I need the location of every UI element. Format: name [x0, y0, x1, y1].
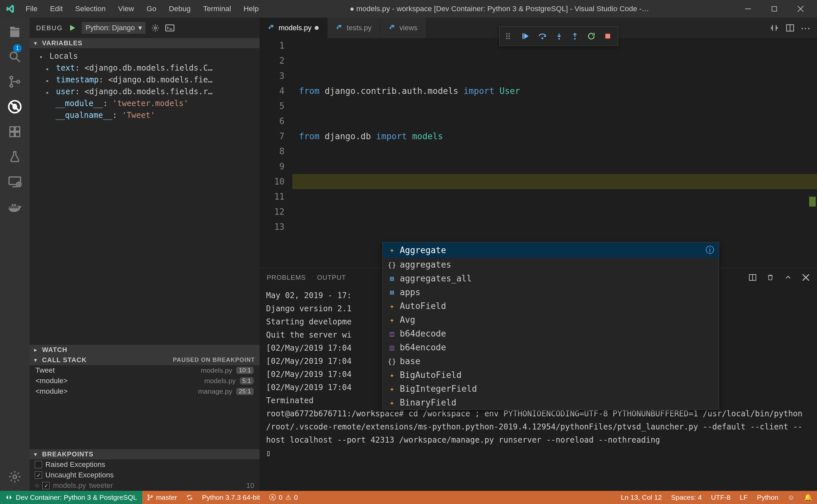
- modified-dot-icon: [315, 26, 319, 30]
- step-out-icon[interactable]: [571, 32, 579, 40]
- docker-icon[interactable]: [7, 199, 22, 214]
- callstack-frame[interactable]: <module> manage.py 25:1: [30, 386, 259, 397]
- code-editor[interactable]: 1 2 3 4 5 6 7 8 9 ▶10 11 12 13 from djan…: [259, 38, 817, 268]
- debug-control-bar[interactable]: [499, 26, 618, 46]
- problems-indicator[interactable]: ⓧ0 ⚠0: [264, 491, 302, 504]
- namespace-icon: {}: [387, 357, 396, 365]
- checkbox[interactable]: [35, 461, 42, 468]
- suggestion-item[interactable]: ◫b64decode: [383, 327, 719, 340]
- trash-icon[interactable]: [766, 273, 775, 282]
- close-button[interactable]: [787, 0, 814, 18]
- drag-grip-icon[interactable]: [506, 33, 512, 39]
- eol[interactable]: LF: [735, 491, 753, 504]
- section-variables[interactable]: ▾ VARIABLES: [30, 38, 259, 48]
- compare-icon[interactable]: [770, 23, 779, 33]
- stop-icon[interactable]: [604, 33, 611, 40]
- sync-button[interactable]: [182, 491, 197, 504]
- callstack-frame[interactable]: <module> models.py 5:1: [30, 376, 259, 386]
- checkbox[interactable]: [42, 482, 50, 489]
- indentation[interactable]: Spaces: 4: [667, 491, 706, 504]
- settings-gear-icon[interactable]: [7, 469, 22, 484]
- step-into-icon[interactable]: [556, 32, 563, 40]
- notifications-icon[interactable]: 🔔: [799, 491, 817, 504]
- breakpoint-uncaught[interactable]: Uncaught Exceptions: [30, 470, 259, 480]
- debug-icon[interactable]: [7, 99, 22, 114]
- menu-help[interactable]: Help: [238, 3, 264, 15]
- panel-split-icon[interactable]: [748, 273, 757, 282]
- menu-edit[interactable]: Edit: [45, 3, 68, 15]
- close-panel-icon[interactable]: [801, 273, 810, 282]
- suggestion-item[interactable]: {}base: [383, 354, 719, 368]
- debug-config-select[interactable]: Python: Django ▾: [82, 22, 145, 34]
- cursor-position[interactable]: Ln 13, Col 12: [616, 491, 667, 504]
- explorer-icon[interactable]: [7, 24, 22, 39]
- suggestion-item[interactable]: ✦AutoField: [383, 299, 719, 313]
- start-debug-icon[interactable]: [68, 24, 77, 32]
- menu-file[interactable]: File: [20, 3, 43, 15]
- info-icon[interactable]: ⓘ: [706, 244, 714, 256]
- menu-terminal[interactable]: Terminal: [198, 3, 236, 15]
- maximize-button[interactable]: [761, 0, 787, 18]
- step-over-icon[interactable]: [538, 32, 547, 40]
- menu-go[interactable]: Go: [141, 3, 162, 15]
- python-interpreter[interactable]: Python 3.7.3 64-bit: [197, 491, 264, 504]
- svg-point-18: [541, 37, 543, 39]
- chevron-down-icon: ▾: [34, 451, 39, 457]
- debug-gear-icon[interactable]: [151, 23, 160, 33]
- breakpoint-raised[interactable]: Raised Exceptions: [30, 459, 259, 470]
- chevron-up-icon[interactable]: [784, 273, 793, 282]
- beaker-icon[interactable]: [7, 149, 22, 164]
- suggestion-item[interactable]: ⊞aggregates_all: [383, 272, 719, 285]
- extensions-icon[interactable]: [7, 124, 22, 139]
- git-branch[interactable]: master: [142, 491, 182, 504]
- suggestion-item[interactable]: ✦Aggregateⓘ: [383, 242, 719, 258]
- scope-locals[interactable]: ▾ Locals: [30, 50, 259, 62]
- menu-selection[interactable]: Selection: [70, 3, 111, 15]
- split-editor-icon[interactable]: [785, 23, 795, 33]
- svg-point-13: [13, 475, 17, 479]
- suggestion-item[interactable]: ✦BigAutoField: [383, 368, 719, 382]
- suggestion-item[interactable]: ◫b64encode: [383, 340, 719, 354]
- remote-icon: [5, 494, 12, 501]
- remote-explorer-icon[interactable]: [7, 174, 22, 189]
- tab-views[interactable]: views: [380, 18, 427, 38]
- menu-debug[interactable]: Debug: [164, 3, 196, 15]
- svg-rect-9: [15, 132, 20, 137]
- panel-tab-output[interactable]: OUTPUT: [316, 273, 346, 283]
- restart-icon[interactable]: [587, 32, 596, 40]
- more-icon[interactable]: ⋯: [801, 23, 810, 33]
- suggestion-item[interactable]: ✦BigIntegerField: [383, 382, 719, 396]
- debug-toolbar: DEBUG Python: Django ▾: [30, 18, 259, 38]
- debug-console-icon[interactable]: [165, 23, 174, 33]
- suggestion-item[interactable]: {}aggregates: [383, 258, 719, 272]
- remote-indicator[interactable]: Dev Container: Python 3 & PostgreSQL: [0, 491, 142, 504]
- variable-row[interactable]: ▸ text: <django.db.models.fields.C…: [30, 62, 259, 74]
- language-mode[interactable]: Python: [752, 491, 783, 504]
- section-watch[interactable]: ▸ WATCH: [30, 345, 259, 355]
- encoding[interactable]: UTF-8: [706, 491, 735, 504]
- section-breakpoints[interactable]: ▾ BREAKPOINTS: [30, 449, 259, 459]
- callstack-frame[interactable]: Tweet models.py 10:1: [30, 365, 259, 376]
- chevron-right-icon: ▸: [46, 66, 51, 72]
- namespace-icon: {}: [387, 261, 396, 269]
- source-control-icon[interactable]: [7, 74, 22, 89]
- breakpoint-file[interactable]: ○ models.py tweeter 10: [30, 480, 259, 491]
- checkbox[interactable]: [35, 471, 42, 479]
- section-callstack[interactable]: ▾ CALL STACK PAUSED ON BREAKPOINT: [30, 355, 259, 365]
- variable-row[interactable]: __qualname__: 'Tweet': [30, 109, 259, 121]
- tab-models[interactable]: models.py: [259, 18, 327, 38]
- suggestion-item[interactable]: ✦Avg: [383, 313, 719, 327]
- minimize-button[interactable]: [735, 0, 761, 18]
- tab-tests[interactable]: tests.py: [327, 18, 380, 38]
- panel-tab-problems[interactable]: PROBLEMS: [266, 273, 306, 283]
- svg-point-6: [12, 104, 17, 110]
- code-content[interactable]: from django.contrib.auth.models import U…: [292, 38, 817, 268]
- suggestion-item[interactable]: ✦BinaryField: [383, 396, 719, 409]
- menu-view[interactable]: View: [113, 3, 139, 15]
- variable-row[interactable]: __module__: 'tweeter.models': [30, 98, 259, 109]
- feedback-icon[interactable]: ☺: [783, 491, 799, 504]
- variable-row[interactable]: ▸ timestamp: <django.db.models.fie…: [30, 74, 259, 86]
- continue-icon[interactable]: [521, 32, 529, 40]
- variable-row[interactable]: ▸ user: <django.db.models.fields.r…: [30, 86, 259, 98]
- suggestion-item[interactable]: ⊞apps: [383, 285, 719, 299]
